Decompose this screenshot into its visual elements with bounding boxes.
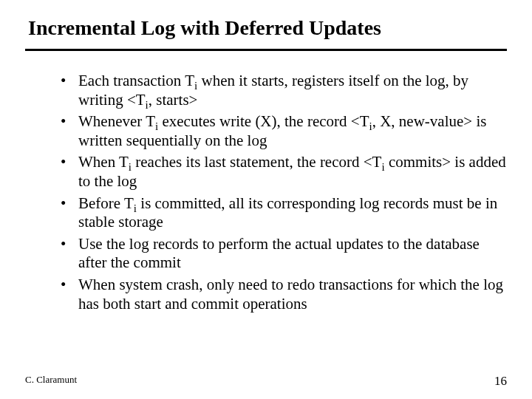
list-item: Before Ti is committed, all its correspo… bbox=[61, 194, 507, 232]
list-item: When Ti reaches its last statement, the … bbox=[61, 153, 507, 191]
author-label: C. Claramunt bbox=[25, 374, 77, 389]
page-number: 16 bbox=[494, 374, 507, 389]
slide-title: Incremental Log with Deferred Updates bbox=[25, 16, 507, 40]
list-item: When system crash, only need to redo tra… bbox=[61, 276, 507, 313]
list-item: Whenever Ti executes write (X), the reco… bbox=[61, 112, 507, 150]
divider bbox=[25, 49, 507, 51]
list-item: Each transaction Ti when it starts, regi… bbox=[61, 72, 507, 109]
bullet-list: Each transaction Ti when it starts, regi… bbox=[25, 72, 507, 313]
footer: C. Claramunt 16 bbox=[25, 374, 507, 389]
list-item: Use the log records to perform the actua… bbox=[61, 235, 507, 273]
slide: Incremental Log with Deferred Updates Ea… bbox=[0, 0, 532, 399]
